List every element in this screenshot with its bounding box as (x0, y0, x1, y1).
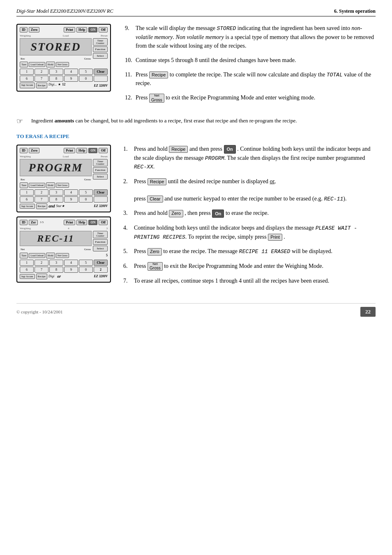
scale2-select-btn[interactable]: Select (93, 174, 108, 180)
zero-btn-e5[interactable]: Zero (148, 248, 162, 255)
ingr-accum-btn[interactable]: Ingr Accum (20, 83, 35, 88)
scale2-num-8[interactable]: 8 (49, 196, 63, 203)
print-button[interactable]: Print (64, 27, 75, 32)
scale2-net-btn[interactable]: Net Gross (56, 183, 69, 188)
net-gross-btn[interactable]: Net Gross (56, 62, 69, 67)
model-label-2: EZ 3200V (94, 204, 108, 208)
scale3-help-button[interactable]: Help (76, 220, 87, 225)
scale2-num-3[interactable]: 3 (49, 189, 63, 196)
num-4[interactable]: 4 (64, 69, 78, 75)
clear-btn[interactable]: Clear (94, 69, 108, 75)
scale3-num-7[interactable]: 7 (35, 267, 48, 273)
scale3-net-btn[interactable]: Net Gross (56, 253, 69, 258)
scale3-recipe-btn[interactable]: Recipe (36, 274, 47, 279)
scale2-on-button[interactable]: ON (88, 148, 97, 153)
zero-btn-e3[interactable]: Zero (169, 210, 183, 217)
scale3-num-8[interactable]: 8 (49, 267, 63, 273)
scale-device-3: ID Zer 3 5 Print Help ON Off Weighing 4 … (16, 216, 111, 283)
net-gross-btn-e6[interactable]: NetGross (148, 262, 163, 271)
on-button[interactable]: ON (88, 27, 97, 32)
scale2-num-7[interactable]: 7 (35, 196, 48, 203)
scale2-off-button[interactable]: Off (99, 148, 108, 153)
scale3-select-btn[interactable]: Select (93, 246, 108, 251)
scale3-num-3[interactable]: 3 (49, 260, 63, 266)
scale2-num-6[interactable]: 6 (20, 196, 34, 203)
scale3-function-btn[interactable]: Function (93, 239, 108, 245)
num-9[interactable]: 9 (64, 76, 78, 82)
clear-btn-e2[interactable]: Clear (147, 196, 163, 203)
scale-display-area: STORED Rec Gross Timer Counter Function … (20, 38, 108, 60)
scale2-num-9[interactable]: 9 (64, 196, 78, 203)
scale3-num-4[interactable]: 4 (64, 260, 78, 266)
scale3-num-0[interactable]: 0 (79, 267, 93, 273)
scale3-preset: 3 (106, 227, 108, 230)
scale3-on-button[interactable]: ON (88, 220, 97, 225)
hold-btn[interactable]: Hold (46, 62, 55, 67)
zero-button[interactable]: Zero (29, 27, 39, 32)
scale3-id-button[interactable]: ID (20, 220, 28, 225)
scale2-hold-btn[interactable]: Hold (46, 182, 55, 188)
scale3-clear-btn[interactable]: Clear (94, 260, 108, 266)
scale2-help-button[interactable]: Help (76, 148, 87, 153)
num-5[interactable]: 5 (79, 69, 93, 75)
id-button[interactable]: ID (20, 27, 28, 32)
help-button[interactable]: Help (76, 27, 87, 32)
scale2-timer-btn[interactable]: Timer Counter (93, 159, 108, 166)
scale3-ingr-btn[interactable]: Ingr Accum (20, 274, 35, 279)
scale2-num-5[interactable]: 5 (79, 189, 93, 196)
off-button[interactable]: Off (99, 27, 108, 32)
scale3-off-button[interactable]: Off (99, 220, 108, 225)
scale2-function-btn[interactable]: Function (93, 167, 108, 173)
scale2-ingr-btn[interactable]: Ingr Accum (20, 204, 35, 209)
scale3-tare-btn[interactable]: Tare (20, 253, 28, 258)
scale3-num-1[interactable]: 1 (20, 260, 34, 266)
recipe-btn-e2[interactable]: Recipe (148, 178, 166, 185)
num-7[interactable]: 7 (35, 76, 48, 82)
on-btn-e1[interactable]: On (224, 145, 236, 154)
scale3-load-btn[interactable]: Load Unload (29, 253, 45, 258)
function-btn[interactable]: Function (93, 46, 108, 52)
scale-device-1: ID Zero Print Help ON Off Weighing Load … (16, 24, 111, 92)
scale3-num-9[interactable]: 9 (64, 267, 78, 273)
scale3-num-2[interactable]: 2 (35, 260, 48, 266)
scale2-top-buttons: ID Zero Print Help ON Off (20, 148, 108, 153)
scale2-clear-btn[interactable]: Clear (94, 189, 108, 196)
num-1[interactable]: 1 (20, 69, 34, 75)
recipe-btn[interactable]: Recipe (36, 83, 47, 88)
timer-counter-btn[interactable]: Timer Counter (93, 38, 108, 46)
load-unload-btn[interactable]: Load Unload (29, 62, 45, 67)
num-2[interactable]: 2 (35, 69, 48, 75)
scale3-print-button[interactable]: Print (64, 220, 75, 225)
net-gross-inline-btn-12[interactable]: NetGross (149, 94, 164, 103)
num-6[interactable]: 6 (20, 76, 34, 82)
inst-num-e2: 2. (123, 177, 131, 203)
inst-text-e3: Press and hold Zero , then press On to e… (134, 209, 376, 218)
scale3-weighing: Weighing (20, 227, 31, 230)
scale3-num-5[interactable]: 5 (79, 260, 93, 266)
scale2-num-0[interactable]: 0 (79, 196, 93, 203)
recipe-inline-btn-11[interactable]: Recipe (149, 71, 168, 78)
scale2-num-2[interactable]: 2 (35, 189, 48, 196)
on-btn-e3[interactable]: On (212, 210, 224, 218)
num-3[interactable]: 3 (49, 69, 63, 75)
num-8[interactable]: 8 (49, 76, 63, 82)
scale2-num-1[interactable]: 1 (20, 189, 34, 196)
scale3-zero-button[interactable]: Zer (29, 220, 38, 225)
recipe-btn-e1[interactable]: Recipe (169, 146, 188, 153)
scale2-tare-btn[interactable]: Tare (20, 182, 28, 188)
num-0[interactable]: 0 (79, 76, 93, 82)
tare-btn[interactable]: Tare (20, 62, 28, 67)
scale3-num-6[interactable]: 6 (20, 267, 34, 273)
scale2-num-4[interactable]: 4 (64, 189, 78, 196)
select-btn[interactable]: Select (93, 53, 108, 59)
scale3-timer-btn[interactable]: Timer Counter (93, 231, 108, 238)
scale2-load-btn[interactable]: Load Unload (29, 183, 45, 188)
scale3-hold-btn[interactable]: Hold (46, 253, 55, 258)
scale2-num-blank (94, 196, 108, 203)
scale2-recipe-btn[interactable]: Recipe (36, 203, 47, 209)
scale2-zero-button[interactable]: Zero (29, 148, 39, 153)
print-btn-e4[interactable]: Print (268, 234, 282, 241)
scale2-id-button[interactable]: ID (20, 148, 28, 153)
scale2-display-area: PROGRM Rec Gross Timer Counter Function … (20, 159, 108, 181)
scale2-print-button[interactable]: Print (64, 148, 75, 153)
